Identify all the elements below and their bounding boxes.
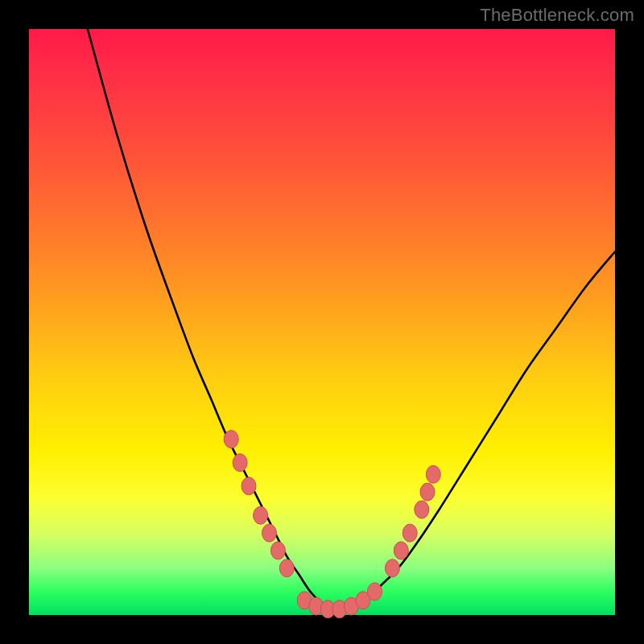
marker-right-cluster-4 xyxy=(415,501,429,518)
chart-frame: TheBottleneck.com xyxy=(0,0,644,644)
curve-svg xyxy=(29,29,615,615)
bottleneck-curve xyxy=(88,29,615,610)
watermark-text: TheBottleneck.com xyxy=(480,5,634,26)
marker-right-cluster-6 xyxy=(426,465,440,483)
plot-area xyxy=(29,29,615,615)
marker-right-cluster-2 xyxy=(394,542,408,559)
marker-left-cluster-1 xyxy=(224,431,238,448)
marker-left-cluster-6 xyxy=(270,542,285,559)
marker-left-cluster-2 xyxy=(233,454,247,472)
marker-group xyxy=(224,431,440,618)
marker-right-cluster-1 xyxy=(385,559,399,577)
marker-left-cluster-3 xyxy=(242,477,256,495)
marker-left-cluster-4 xyxy=(254,506,268,524)
marker-left-cluster-7 xyxy=(279,559,294,577)
marker-bottom-7 xyxy=(368,583,382,601)
marker-right-cluster-5 xyxy=(420,483,435,501)
marker-left-cluster-5 xyxy=(262,524,277,542)
marker-right-cluster-3 xyxy=(402,524,417,542)
